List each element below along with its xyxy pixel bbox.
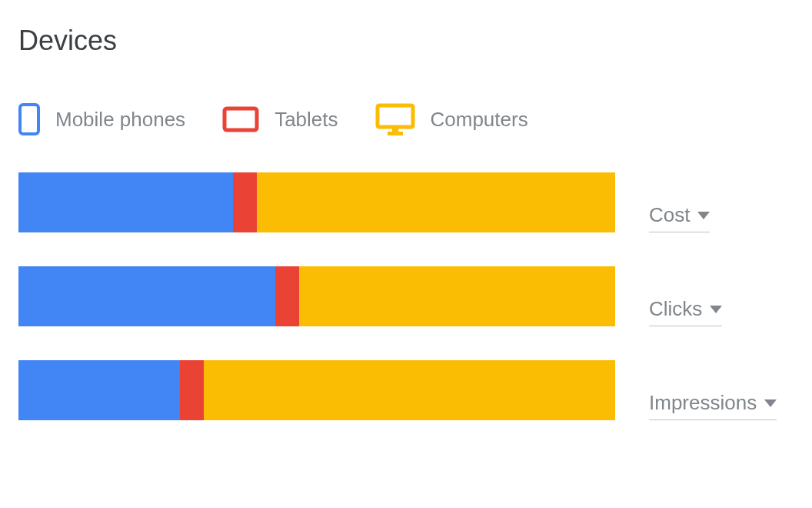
- bar-segment-mobile: [18, 266, 275, 326]
- bar-row-clicks: Clicks: [18, 266, 794, 326]
- legend-item-mobile: Mobile phones: [18, 103, 185, 135]
- bar-segment-computer: [299, 266, 615, 326]
- chevron-down-icon: [764, 399, 777, 407]
- bar-segment-mobile: [18, 172, 233, 232]
- bar-segment-computer: [204, 360, 615, 420]
- bar-track-cost: [18, 172, 615, 232]
- metric-dropdown-cost[interactable]: Cost: [649, 203, 710, 232]
- bar-segment-tablet: [233, 172, 257, 232]
- svg-rect-2: [378, 105, 413, 127]
- mobile-phone-icon: [18, 103, 40, 135]
- legend-item-tablet: Tablets: [222, 106, 338, 132]
- svg-rect-1: [225, 109, 257, 130]
- tablet-icon: [222, 106, 259, 132]
- metric-label: Impressions: [649, 391, 757, 415]
- svg-rect-0: [20, 105, 38, 134]
- bar-segment-tablet: [275, 266, 299, 326]
- page-title: Devices: [18, 25, 794, 57]
- metric-dropdown-impressions[interactable]: Impressions: [649, 391, 777, 420]
- metric-dropdown-clicks[interactable]: Clicks: [649, 297, 722, 326]
- bar-segment-computer: [257, 172, 615, 232]
- bar-row-cost: Cost: [18, 172, 794, 232]
- metric-label: Cost: [649, 203, 690, 227]
- bar-segment-tablet: [180, 360, 204, 420]
- device-legend: Mobile phones Tablets Computers: [18, 103, 794, 135]
- svg-rect-3: [392, 127, 398, 132]
- legend-label-tablet: Tablets: [275, 108, 338, 132]
- chevron-down-icon: [710, 306, 722, 313]
- chevron-down-icon: [697, 212, 710, 219]
- legend-label-computer: Computers: [431, 108, 528, 132]
- legend-label-mobile: Mobile phones: [55, 108, 185, 132]
- stacked-bars-container: Cost Clicks Impressions: [18, 172, 794, 420]
- bar-segment-mobile: [18, 360, 180, 420]
- bar-track-clicks: [18, 266, 615, 326]
- legend-item-computer: Computers: [375, 103, 528, 135]
- computer-icon: [375, 103, 415, 135]
- svg-rect-4: [388, 132, 403, 135]
- bar-track-impressions: [18, 360, 615, 420]
- metric-label: Clicks: [649, 297, 702, 321]
- bar-row-impressions: Impressions: [18, 360, 794, 420]
